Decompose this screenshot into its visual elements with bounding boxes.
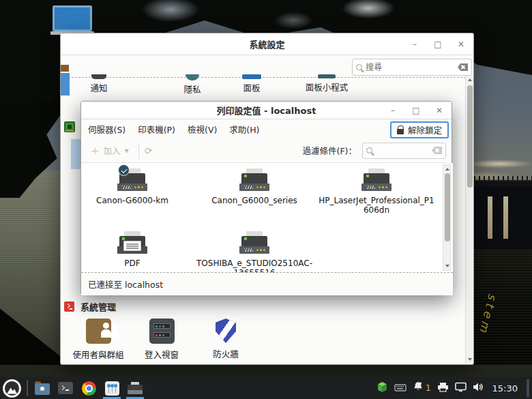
toolbar-separator — [138, 143, 139, 159]
scroll-down-icon[interactable] — [445, 265, 449, 267]
printer-task-button[interactable] — [125, 377, 145, 399]
printer-item[interactable]: HP_LaserJet_Professional_P1606dn — [319, 168, 434, 216]
print-dialog-title: 列印設定值 - localhost — [217, 104, 316, 117]
minimize-button[interactable]: – — [386, 106, 400, 115]
login-window-icon — [149, 319, 175, 344]
hardware-section-icon — [64, 121, 75, 132]
firewall-shield-icon — [216, 319, 236, 343]
desktop: stem 系統設定 – □ ✕ 通知 隱私 — [0, 0, 532, 399]
add-printer-button[interactable]: ＋ 加入 ▾ — [87, 141, 133, 160]
settings-item-panel-applets[interactable]: 面板小程式 — [286, 74, 368, 93]
volume-tray-icon[interactable] — [473, 382, 484, 395]
printer-item[interactable]: TOSHIBA_e_STUDIO2510AC-13655516 — [196, 231, 312, 272]
clear-filter-icon[interactable] — [432, 147, 442, 154]
filter-box[interactable] — [362, 143, 446, 159]
menu-printer[interactable]: 印表機(P) — [136, 121, 177, 138]
printer-icon — [117, 168, 147, 193]
menu-button[interactable] — [3, 379, 21, 398]
print-settings-dialog: 列印設定值 - localhost – □ ✕ 伺服器(S) 印表機(P) 檢視… — [80, 101, 452, 295]
printer-tray-icon[interactable] — [437, 382, 449, 395]
show-desktop-button[interactable] — [527, 379, 529, 397]
printer-item[interactable]: Canon_G6000_series — [196, 168, 312, 206]
panel-icon — [242, 74, 261, 79]
filter-input[interactable] — [375, 146, 429, 156]
print-statusbar: 已連接至 localhost — [81, 272, 453, 295]
printer-icon — [239, 231, 269, 256]
maximize-button[interactable]: □ — [409, 106, 423, 115]
keyboard-tray-icon[interactable] — [394, 382, 407, 395]
settings-scrollbar[interactable] — [465, 76, 473, 364]
settings-item-panel[interactable]: 面板 — [211, 74, 293, 94]
wallpaper-bottom — [0, 365, 532, 377]
privacy-icon — [186, 74, 199, 80]
scroll-up-icon[interactable] — [445, 168, 449, 171]
notifications-icon — [91, 74, 106, 79]
settings-titlebar[interactable]: 系統設定 – □ ✕ — [61, 33, 473, 55]
filter-label: 過濾條件(F)： — [303, 144, 357, 157]
selected-item-highlight — [71, 139, 81, 169]
update-manager-tray-icon[interactable] — [376, 381, 388, 396]
menu-server[interactable]: 伺服器(S) — [87, 121, 127, 138]
settings-task-button[interactable] — [102, 377, 121, 399]
clock[interactable]: 15:30 — [492, 383, 518, 394]
admin-section-title: 系統管理 — [80, 300, 116, 313]
settings-sliders-icon — [105, 381, 119, 396]
unlock-button-label: 解除鎖定 — [408, 123, 442, 136]
chevron-down-icon: ▾ — [125, 145, 129, 156]
printer-icon — [361, 168, 391, 193]
file-manager-launcher[interactable] — [33, 377, 52, 399]
print-dialog-titlebar[interactable]: 列印設定值 - localhost – □ ✕ — [81, 102, 452, 119]
minimize-button[interactable]: – — [408, 40, 422, 49]
scroll-down-icon[interactable] — [468, 358, 472, 361]
taskbar: 1 15:30 — [0, 377, 532, 399]
default-printer-check-icon — [118, 164, 130, 176]
bridge-light-gap — [488, 196, 492, 239]
settings-item-notifications[interactable]: 通知 — [58, 74, 140, 94]
users-groups-icon — [86, 319, 111, 344]
printer-item[interactable]: Canon-G6000-km — [81, 168, 190, 206]
printer-icon — [239, 168, 269, 193]
close-button[interactable]: ✕ — [432, 106, 446, 115]
maximize-button[interactable]: □ — [431, 40, 445, 49]
settings-search-box[interactable] — [352, 59, 472, 76]
scrollbar-thumb[interactable] — [445, 173, 450, 241]
plus-icon: ＋ — [91, 144, 100, 157]
close-button[interactable]: ✕ — [454, 40, 468, 49]
print-toolbar: ＋ 加入 ▾ ⟳ 過濾條件(F)： — [81, 138, 452, 163]
notifications-bell-icon[interactable] — [413, 381, 424, 395]
settings-item-firewall[interactable]: 防火牆 — [185, 319, 267, 360]
computer-screen-icon — [53, 5, 92, 31]
admin-section-header: 系統管理 — [64, 300, 116, 313]
connection-status: 已連接至 localhost — [88, 278, 163, 291]
panel-applets-icon — [318, 74, 336, 78]
printer-list: Canon-G6000-km Canon_G6000_series — [81, 163, 453, 272]
lock-icon — [397, 129, 404, 134]
scroll-up-icon[interactable] — [468, 78, 472, 81]
terminal-launcher[interactable] — [56, 377, 75, 399]
admin-terminal-icon — [64, 301, 74, 312]
printer-item[interactable]: PDF — [81, 231, 190, 269]
settings-search-input[interactable] — [366, 63, 454, 72]
folder-icon — [35, 383, 50, 395]
clear-search-icon[interactable] — [458, 63, 468, 71]
printer-list-scrollbar[interactable] — [443, 164, 451, 271]
settings-window-title: 系統設定 — [249, 38, 284, 50]
unlock-button[interactable]: 解除鎖定 — [390, 121, 449, 138]
taskbar-separator — [27, 380, 28, 396]
pdf-printer-icon — [117, 231, 147, 256]
chrome-launcher[interactable] — [79, 377, 98, 399]
scrollbar-thumb[interactable] — [467, 85, 473, 188]
menu-view[interactable]: 檢視(V) — [186, 121, 218, 138]
menu-help[interactable]: 求助(H) — [228, 121, 261, 138]
chrome-icon — [82, 381, 96, 396]
partial-icon — [61, 65, 69, 72]
search-icon — [366, 147, 372, 153]
refresh-icon[interactable]: ⟳ — [145, 145, 153, 156]
bridge-light-gap — [503, 196, 508, 239]
notification-count: 1 — [426, 383, 431, 393]
printer-icon — [128, 382, 143, 394]
terminal-icon — [58, 382, 73, 394]
display-tray-icon[interactable] — [455, 382, 467, 395]
search-icon — [356, 64, 362, 70]
